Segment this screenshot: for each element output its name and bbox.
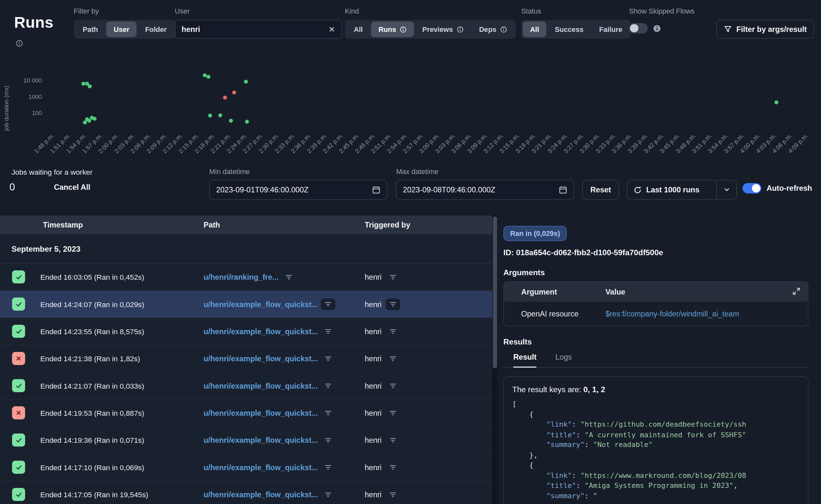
max-datetime-field [396, 180, 574, 200]
path-filter-icon[interactable] [321, 489, 335, 500]
kind-deps-button[interactable]: Deps [472, 22, 514, 37]
kind-runs-button[interactable]: Runs [371, 22, 414, 37]
auto-refresh-toggle[interactable] [743, 183, 761, 193]
cancel-all-button[interactable]: Cancel All [54, 183, 90, 191]
user-input[interactable] [181, 25, 328, 34]
info-icon[interactable] [16, 40, 23, 47]
page-title: Runs [14, 14, 54, 31]
run-path-link[interactable]: u/henri/example_flow_quickst... [203, 436, 318, 444]
success-check-icon [12, 488, 25, 501]
expand-icon[interactable] [792, 287, 801, 297]
run-path-link[interactable]: u/henri/example_flow_quickst... [203, 382, 318, 390]
table-row[interactable]: Ended 14:21:07 (Ran in 0,033s)u/henri/ex… [0, 372, 493, 399]
last-1000-runs-button[interactable]: Last 1000 runs [627, 180, 737, 200]
svg-text:1000: 1000 [28, 93, 42, 100]
calendar-icon[interactable] [372, 186, 380, 194]
show-skipped-flows-label: Show Skipped Flows [629, 7, 694, 15]
table-row[interactable]: Ended 14:17:05 (Ran in 19,545s)u/henri/e… [0, 481, 493, 504]
table-row[interactable]: Ended 14:24:07 (Ran in 0,029s)u/henri/ex… [0, 291, 493, 318]
max-datetime-label: Max datetime [396, 168, 439, 176]
run-path-link[interactable]: u/henri/example_flow_quickst... [203, 327, 318, 335]
code-line: "summary": " [513, 491, 800, 501]
skipped-flows-toggle[interactable] [629, 23, 648, 33]
column-triggered-by: Triggered by [365, 221, 493, 229]
chevron-down-icon[interactable] [716, 180, 736, 199]
run-path-link[interactable]: u/henri/example_flow_quickst... [203, 300, 318, 308]
table-row[interactable]: Ended 14:19:36 (Ran in 0,071s)u/henri/ex… [0, 427, 493, 454]
date-group-row: September 5, 2023 [0, 234, 493, 264]
run-timestamp: Ended 14:19:36 (Ran in 0,071s) [25, 436, 203, 444]
jobs-waiting-label: Jobs waiting for a worker [12, 168, 93, 176]
path-filter-icon[interactable] [321, 298, 335, 310]
duration-badge: Ran in (0,029s) [503, 226, 567, 241]
calendar-icon[interactable] [559, 186, 567, 194]
run-path-link[interactable]: u/henri/ranking_fre... [203, 273, 278, 281]
table-row[interactable]: Ended 14:21:38 (Ran in 1,82s)u/henri/exa… [0, 345, 493, 372]
failure-x-icon [12, 352, 25, 365]
path-filter-icon[interactable] [321, 325, 335, 337]
path-filter-icon[interactable] [321, 380, 335, 392]
argument-row: OpenAI resource $res:f/company-folder/wi… [504, 302, 808, 326]
table-row[interactable]: Ended 14:23:55 (Ran in 8,575s)u/henri/ex… [0, 318, 493, 345]
kind-label: Kind [345, 7, 359, 15]
clear-icon[interactable] [328, 26, 335, 33]
path-filter-icon[interactable] [282, 271, 296, 283]
path-filter-icon[interactable] [321, 407, 335, 419]
triggered-by-filter-icon[interactable] [386, 434, 400, 446]
column-argument: Argument [504, 287, 606, 296]
table-row[interactable]: Ended 14:19:53 (Ran in 0,887s)u/henri/ex… [0, 400, 493, 427]
code-line: "link": "https://www.markround.com/blog/… [513, 470, 800, 481]
tab-logs[interactable]: Logs [555, 353, 572, 367]
filter-by-args-result-button[interactable]: Filter by args/result [716, 20, 814, 39]
path-filter-icon[interactable] [321, 353, 335, 364]
path-filter-icon[interactable] [321, 461, 335, 473]
triggered-by-filter-icon[interactable] [386, 407, 400, 419]
status-all-button[interactable]: All [523, 22, 546, 37]
table-row[interactable]: Ended 14:17:10 (Ran in 0,069s)u/henri/ex… [0, 454, 493, 481]
success-check-icon [12, 270, 25, 284]
min-datetime-input[interactable] [216, 186, 372, 194]
triggered-by-filter-icon[interactable] [386, 353, 400, 364]
filter-by-folder-button[interactable]: Folder [138, 22, 174, 37]
run-timestamp: Ended 14:23:55 (Ran in 8,575s) [25, 327, 203, 335]
code-line: [ [513, 399, 800, 409]
tab-result[interactable]: Result [513, 353, 537, 367]
run-timestamp: Ended 14:21:07 (Ran in 0,033s) [25, 382, 203, 390]
triggered-by-filter-icon[interactable] [386, 325, 400, 337]
code-line: "title": "A currently maintained fork of… [513, 430, 800, 440]
run-path-link[interactable]: u/henri/example_flow_quickst... [203, 463, 318, 471]
run-path-link[interactable]: u/henri/example_flow_quickst... [203, 409, 318, 417]
table-row[interactable]: Ended 16:03:05 (Ran in 0,452s)u/henri/ra… [0, 264, 493, 291]
status-failure-button[interactable]: Failure [592, 22, 630, 37]
svg-text:job duration (ms): job duration (ms) [3, 86, 10, 131]
reset-button[interactable]: Reset [582, 180, 619, 200]
status-success-button[interactable]: Success [548, 22, 591, 37]
refresh-icon [634, 186, 641, 194]
filter-by-path-button[interactable]: Path [75, 22, 105, 37]
success-check-icon [12, 379, 25, 392]
run-path-link[interactable]: u/henri/example_flow_quickst... [203, 354, 318, 363]
run-detail-panel: Ran in (0,029s) ID: 018a654c-d062-fbb2-d… [503, 216, 808, 504]
run-path-link[interactable]: u/henri/example_flow_quickst... [203, 490, 318, 499]
jobs-waiting-count: 0 [9, 181, 15, 193]
info-icon [457, 26, 464, 33]
max-datetime-input[interactable] [403, 186, 559, 194]
argument-value-link[interactable]: $res:f/company-folder/windmill_ai_team [605, 310, 739, 318]
filter-by-user-button[interactable]: User [106, 22, 137, 37]
triggered-by-filter-icon[interactable] [386, 380, 400, 392]
triggered-by-filter-icon[interactable] [386, 298, 400, 310]
scrollbar-thumb[interactable] [493, 217, 497, 368]
run-id: ID: 018a654c-d062-fbb2-d100-59fa70df500e [503, 248, 808, 257]
kind-all-button[interactable]: All [346, 22, 370, 37]
result-json: [ { "link": "https://github.com/deadbeef… [513, 399, 800, 501]
path-filter-icon[interactable] [321, 434, 335, 446]
kind-previews-button[interactable]: Previews [415, 22, 471, 37]
table-scrollbar[interactable] [493, 216, 498, 504]
triggered-by-filter-icon[interactable] [386, 461, 400, 473]
triggered-by-filter-icon[interactable] [386, 271, 400, 283]
toggle-knob [630, 24, 639, 33]
triggered-by-filter-icon[interactable] [386, 489, 400, 500]
info-icon[interactable] [653, 24, 661, 32]
status-label: Status [521, 7, 541, 15]
arguments-table: Argument Value OpenAI resource $res:f/co… [503, 281, 808, 326]
